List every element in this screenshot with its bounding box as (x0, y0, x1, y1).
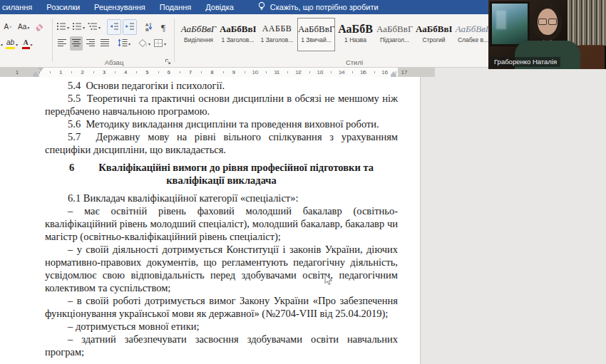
ruler-number: 3 (103, 69, 106, 76)
style-label: Виділення (180, 36, 217, 43)
font-color-button[interactable]: А ▾ (21, 37, 34, 51)
numbering-button[interactable]: ▾ (71, 20, 86, 34)
ribbon-tabs: силанняРозсилкиРецензуванняПоданняДовідк… (1, 3, 235, 11)
body-paragraph-7: – у своїй діяльності дотримується Консти… (45, 243, 398, 294)
style-preview: АаБбВ (337, 24, 374, 33)
tellme-label: Скажіть, що потрібно зробити (270, 3, 379, 11)
ruler-number: 16 (381, 69, 388, 76)
paragraph-dialog-launcher[interactable] (165, 58, 171, 65)
style-card-normal[interactable]: АаБбВвГ1 Звичай... (297, 18, 335, 51)
font-color-red-bar (22, 47, 30, 49)
align-right-icon (86, 38, 96, 48)
decrease-indent-button[interactable] (107, 19, 121, 35)
body-paragraph-8: – в своїй роботі дотримується вимог Зако… (45, 294, 398, 320)
justify-icon (100, 38, 110, 48)
ribbon-tab-0[interactable]: силання (1, 3, 33, 11)
bullets-button[interactable]: ▾ (56, 20, 70, 34)
style-card-heading2[interactable]: ААББВ1 Заголов... (258, 18, 296, 51)
ruler-number: 8 (210, 69, 213, 76)
ruler-number: 12 (295, 69, 302, 76)
borders-button[interactable]: ▾ (153, 36, 167, 51)
window-blinds (568, 0, 606, 46)
align-left-button[interactable] (56, 36, 68, 51)
show-formatting-marks-button[interactable]: ¶ (157, 20, 170, 34)
style-card-emphasis[interactable]: АаБбВвГВиділення (180, 18, 217, 51)
increase-indent-icon (125, 22, 135, 32)
line-spacing-button[interactable]: ▾ (117, 36, 131, 51)
bullet-list-icon (56, 22, 66, 32)
style-preview: АаБбВвГ (376, 24, 413, 33)
justify-button[interactable] (98, 36, 111, 51)
body-paragraph-10: – здатний забезпечувати засвоєння здобув… (45, 333, 398, 358)
paragraph-group: ▾ ▾ ▾ АЯ (54, 14, 174, 67)
ruler-number: 15 (360, 69, 366, 76)
tellme-box[interactable]: Скажіть, що потрібно зробити (257, 1, 379, 13)
ruler-number: 11 (274, 69, 279, 76)
change-case-button[interactable]: Aa▾ (17, 20, 30, 34)
ribbon-tab-1[interactable]: Розсилки (46, 3, 81, 11)
webcam-tile: Граборенко Наталія (488, 0, 606, 69)
ruler-number: 7 (189, 69, 192, 76)
style-label: Підзагол... (376, 36, 413, 43)
line-spacing-icon (118, 38, 128, 48)
document-text: 5.4 Основи педагогіки і психології.5.5 Т… (45, 79, 398, 358)
style-label: Строгий (416, 36, 452, 43)
framed-picture (490, 1, 530, 46)
shrink-font-button[interactable]: A˅ (1, 20, 14, 34)
ribbon-tab-4[interactable]: Довідка (205, 3, 235, 11)
heading-number: 6 (69, 162, 74, 173)
decrease-indent-icon (109, 22, 119, 32)
ruler-number: 13 (317, 69, 323, 76)
increase-indent-button[interactable] (123, 19, 137, 35)
style-card-heading1[interactable]: АаБбВвІ1 Заголов... (219, 18, 257, 51)
ribbon-tab-3[interactable]: Подання (159, 3, 192, 11)
align-center-button[interactable] (70, 36, 83, 51)
style-preview: АаБбВвГ (455, 24, 491, 33)
ruler-number: 4 (124, 69, 127, 76)
style-preview: ААББВ (259, 24, 295, 33)
style-label: 1 Заголов... (259, 36, 295, 43)
numbered-list-icon (72, 22, 82, 32)
word-window: силанняРозсилкиРецензуванняПоданняДовідк… (0, 0, 606, 364)
lightbulb-icon (257, 1, 266, 13)
style-label: Слабке в... (455, 36, 491, 43)
style-label: 1 Назва (337, 36, 374, 43)
ruler-number: 9 (232, 69, 235, 76)
horizontal-ruler: 211234567891011121314151617 (0, 68, 435, 77)
style-card-subtitle[interactable]: АаБбВвГПідзагол... (376, 18, 414, 51)
paragraph-group-label: Абзац (54, 58, 174, 66)
text-highlight-color-button[interactable]: ab ▾ (5, 37, 19, 51)
first-line-indent-marker[interactable] (38, 68, 43, 72)
heading-paragraph: 6Кваліфікаційні вимоги до рівня професій… (61, 161, 382, 187)
shading-button[interactable]: ▾ (137, 36, 151, 51)
ruler-number: 5 (145, 69, 148, 76)
highlight-yellow-bar (6, 47, 15, 49)
align-right-button[interactable] (84, 36, 97, 51)
body-paragraph-1: 5.5 Теоретичні та практичні основи дисци… (45, 92, 398, 118)
style-preview: АаБбВвІ (416, 24, 452, 33)
ruler-number: 2 (81, 69, 83, 76)
sort-button[interactable]: АЯ (143, 20, 155, 34)
ribbon-tab-2[interactable]: Рецензування (93, 3, 146, 11)
multilevel-list-button[interactable]: ▾ (87, 20, 101, 34)
document-page[interactable]: 5.4 Основи педагогіки і психології.5.5 Т… (0, 77, 421, 364)
body-paragraph-0: 5.4 Основи педагогіки і психології. (45, 79, 398, 92)
ruler-number: 14 (339, 69, 345, 76)
chair-back (576, 45, 605, 69)
style-card-title[interactable]: АаБбВ1 Назва (337, 18, 374, 51)
clear-formatting-button[interactable] (33, 20, 46, 34)
group-divider (174, 19, 175, 62)
cut-control-caret: ▾ (1, 42, 3, 47)
style-card-subtle[interactable]: АаБбВвГСлабке в... (454, 18, 492, 51)
mouse-cursor (324, 274, 333, 288)
body-paragraph-2: 5.6 Методику викладання дисципліни та пр… (45, 118, 398, 130)
align-left-icon (57, 38, 67, 48)
heading-text: Кваліфікаційні вимоги до рівня професійн… (98, 162, 374, 186)
style-label: 1 Заголов... (220, 36, 256, 43)
font-group: A˅ Aa▾ ▾ ab ▾ А ▾ (0, 14, 51, 67)
style-card-strong[interactable]: АаБбВвІСтрогий (415, 18, 453, 51)
ruler-number: 1 (59, 69, 62, 76)
ruler-number: 10 (252, 69, 259, 76)
multilevel-list-icon (88, 22, 98, 32)
body-paragraph-9: – дотримується мовної етики; (45, 320, 398, 333)
